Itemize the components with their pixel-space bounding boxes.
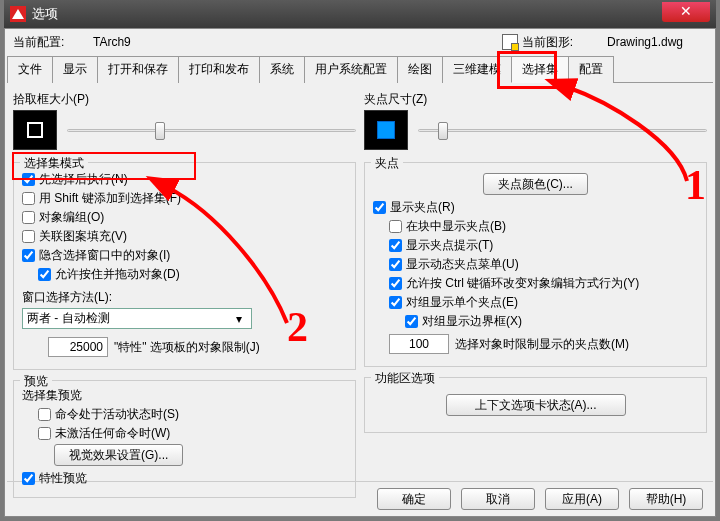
tab-open-save[interactable]: 打开和保存	[97, 56, 179, 83]
selection-mode-legend: 选择集模式	[20, 155, 88, 172]
tab-profiles[interactable]: 配置	[568, 56, 614, 83]
noun-verb-checkbox[interactable]	[22, 173, 35, 186]
object-group-checkbox[interactable]	[22, 211, 35, 224]
grip-size-label: 夹点尺寸(Z)	[364, 91, 707, 108]
titlebar: 选项 ✕	[4, 0, 716, 28]
visual-effect-button[interactable]: 视觉效果设置(G)...	[54, 444, 183, 466]
ok-button[interactable]: 确定	[377, 488, 451, 510]
close-button[interactable]: ✕	[662, 2, 710, 22]
current-profile-label: 当前配置:	[13, 34, 93, 51]
tab-file[interactable]: 文件	[7, 56, 53, 83]
implied-window-label: 隐含选择窗口中的对象(I)	[39, 247, 170, 264]
current-profile-value: TArch9	[93, 35, 293, 49]
grip-limit-label: 选择对象时限制显示的夹点数(M)	[455, 336, 629, 353]
pickbox-slider[interactable]	[67, 120, 356, 140]
props-limit-input[interactable]	[48, 337, 108, 357]
shift-add-label: 用 Shift 键添加到选择集(F)	[39, 190, 181, 207]
drawing-icon	[502, 34, 518, 50]
current-drawing-value: Drawing1.dwg	[577, 35, 707, 49]
press-drag-checkbox[interactable]	[38, 268, 51, 281]
window-method-label: 窗口选择方法(L):	[22, 289, 347, 306]
tab-display[interactable]: 显示	[52, 56, 98, 83]
grip-tips-label: 显示夹点提示(T)	[406, 237, 493, 254]
group-bbox-label: 对组显示边界框(X)	[422, 313, 522, 330]
tab-bar: 文件 显示 打开和保存 打印和发布 系统 用户系统配置 绘图 三维建模 选择集 …	[7, 55, 713, 83]
window-method-combo[interactable]: 两者 - 自动检测 ▾	[22, 308, 252, 329]
group-single-label: 对组显示单个夹点(E)	[406, 294, 518, 311]
selection-preview-sublabel: 选择集预览	[22, 387, 347, 404]
tab-3d[interactable]: 三维建模	[442, 56, 512, 83]
cmd-active-checkbox[interactable]	[38, 408, 51, 421]
apply-button[interactable]: 应用(A)	[545, 488, 619, 510]
current-drawing-label: 当前图形:	[522, 34, 573, 51]
implied-window-checkbox[interactable]	[22, 249, 35, 262]
window-title: 选项	[32, 5, 58, 23]
ctrl-cycle-checkbox[interactable]	[389, 277, 402, 290]
show-grips-checkbox[interactable]	[373, 201, 386, 214]
dyn-grip-menu-checkbox[interactable]	[389, 258, 402, 271]
no-cmd-checkbox[interactable]	[38, 427, 51, 440]
props-limit-label: "特性" 选项板的对象限制(J)	[114, 339, 260, 356]
cancel-button[interactable]: 取消	[461, 488, 535, 510]
grip-limit-input[interactable]	[389, 334, 449, 354]
tab-system[interactable]: 系统	[259, 56, 305, 83]
grips-in-blocks-label: 在块中显示夹点(B)	[406, 218, 506, 235]
help-button[interactable]: 帮助(H)	[629, 488, 703, 510]
window-method-value: 两者 - 自动检测	[27, 310, 110, 327]
dropdown-arrow-icon: ▾	[231, 312, 247, 326]
ribbon-context-button[interactable]: 上下文选项卡状态(A)...	[446, 394, 626, 416]
grip-tips-checkbox[interactable]	[389, 239, 402, 252]
property-preview-label: 特性预览	[39, 470, 87, 487]
grips-legend: 夹点	[371, 155, 403, 172]
property-preview-checkbox[interactable]	[22, 472, 35, 485]
tab-selection[interactable]: 选择集	[511, 56, 569, 83]
app-logo-icon	[10, 6, 26, 22]
pickbox-preview	[13, 110, 57, 150]
assoc-hatch-label: 关联图案填充(V)	[39, 228, 127, 245]
grip-color-button[interactable]: 夹点颜色(C)...	[483, 173, 588, 195]
tab-user-prefs[interactable]: 用户系统配置	[304, 56, 398, 83]
no-cmd-label: 未激活任何命令时(W)	[55, 425, 170, 442]
dyn-grip-menu-label: 显示动态夹点菜单(U)	[406, 256, 519, 273]
grip-slider[interactable]	[418, 120, 707, 140]
object-group-label: 对象编组(O)	[39, 209, 104, 226]
noun-verb-label: 先选择后执行(N)	[39, 171, 128, 188]
group-single-checkbox[interactable]	[389, 296, 402, 309]
ribbon-legend: 功能区选项	[371, 370, 439, 387]
group-bbox-checkbox[interactable]	[405, 315, 418, 328]
press-drag-label: 允许按住并拖动对象(D)	[55, 266, 180, 283]
tab-plot[interactable]: 打印和发布	[178, 56, 260, 83]
ctrl-cycle-label: 允许按 Ctrl 键循环改变对象编辑方式行为(Y)	[406, 275, 639, 292]
pickbox-size-label: 拾取框大小(P)	[13, 91, 356, 108]
assoc-hatch-checkbox[interactable]	[22, 230, 35, 243]
show-grips-label: 显示夹点(R)	[390, 199, 455, 216]
grip-preview	[364, 110, 408, 150]
cmd-active-label: 命令处于活动状态时(S)	[55, 406, 179, 423]
shift-add-checkbox[interactable]	[22, 192, 35, 205]
grips-in-blocks-checkbox[interactable]	[389, 220, 402, 233]
tab-drafting[interactable]: 绘图	[397, 56, 443, 83]
preview-legend: 预览	[20, 373, 52, 390]
